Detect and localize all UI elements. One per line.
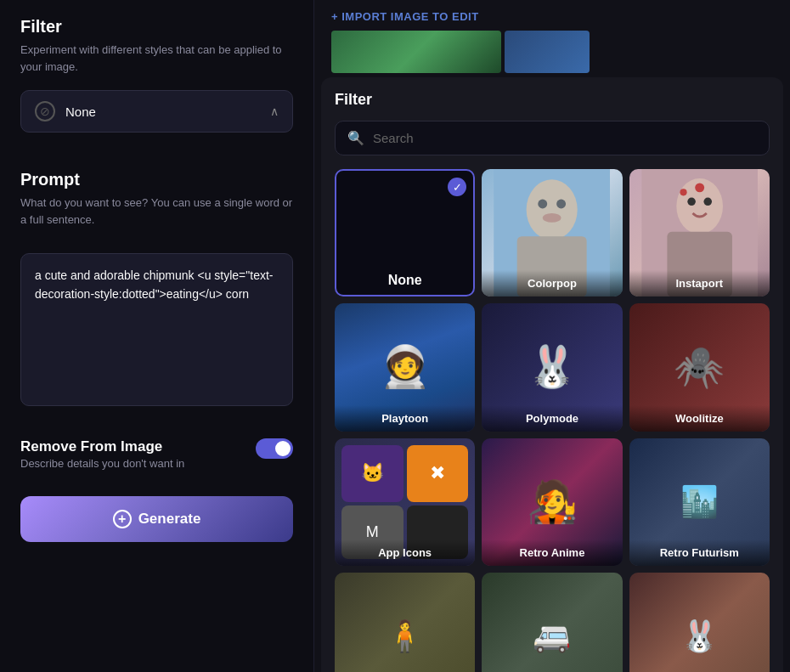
remove-title: Remove From Image [20, 438, 242, 455]
preview-image-blue [505, 31, 590, 73]
filter-panel: Filter 🔍 None [321, 77, 783, 672]
prompt-textarea[interactable]: a cute and adorable chipmunk <u style="t… [20, 253, 293, 406]
app-icon-2: ✖ [407, 445, 469, 503]
selected-check [448, 178, 466, 196]
svg-point-13 [680, 189, 686, 195]
filter-item-colorpop[interactable]: Colorpop [482, 169, 622, 296]
filter-item-origami[interactable]: 🧍 Origami [335, 573, 475, 672]
none-icon [35, 101, 55, 121]
remove-section: Remove From Image Describe details you d… [20, 438, 293, 472]
filter-grid: None Colorpop [335, 169, 770, 672]
image-preview-strip [314, 31, 790, 77]
svg-point-10 [687, 197, 696, 206]
search-box: 🔍 [335, 121, 770, 155]
filter-item-analogdiffusion[interactable]: 🚐 Analog Diffusion [482, 573, 622, 672]
generate-button[interactable]: + Generate [20, 496, 293, 542]
filter-dropdown[interactable]: None ∧ [20, 90, 293, 133]
filter-panel-title: Filter [335, 91, 770, 109]
filter-polymode-label: Polymode [482, 405, 622, 432]
remove-desc: Describe details you don't want in [20, 455, 242, 472]
filter-woolitize-label: Woolitize [629, 405, 770, 432]
filter-item-playtoon[interactable]: 🧑‍🚀 Playtoon [335, 303, 475, 431]
filter-desc: Experiment with different styles that ca… [20, 42, 293, 75]
filter-instaport-label: Instaport [629, 270, 770, 296]
filter-retroanime-label: Retro Anime [482, 539, 622, 566]
filter-retrofuturism-label: Retro Futurism [629, 539, 770, 566]
generate-icon: + [113, 510, 132, 528]
origami-visual: 🧍 [335, 573, 475, 672]
filter-item-appicons[interactable]: 🐱 ✖ M App Icons [335, 438, 475, 566]
import-bar: + IMPORT IMAGE TO EDIT [314, 0, 790, 31]
plus-icon: + [118, 512, 126, 526]
chevron-up-icon: ∧ [270, 104, 279, 118]
generate-label: Generate [138, 511, 201, 528]
import-link[interactable]: + IMPORT IMAGE TO EDIT [331, 10, 479, 23]
filter-item-retrofuturism[interactable]: 🏙️ Retro Futurism [629, 438, 770, 566]
analogdiffusion-visual: 🚐 [482, 573, 622, 672]
prompt-title: Prompt [20, 170, 293, 189]
filter-colorpop-label: Colorpop [482, 270, 622, 296]
svg-point-12 [695, 183, 704, 192]
filter-item-none[interactable]: None [335, 169, 475, 296]
remove-toggle[interactable] [256, 438, 293, 459]
filter-select-label: None [65, 104, 270, 119]
app-icon-1: 🐱 [341, 445, 403, 503]
filter-appicons-label: App Icons [335, 539, 475, 566]
prompt-desc: What do you want to see? You can use a s… [20, 195, 293, 228]
filter-title: Filter [20, 17, 293, 37]
left-panel: Filter Experiment with different styles … [0, 0, 314, 672]
prompt-section: Prompt What do you want to see? You can … [20, 170, 293, 409]
search-icon: 🔍 [347, 130, 364, 146]
filter-section: Filter Experiment with different styles … [20, 17, 293, 156]
playdoh-visual: 🐰 [629, 573, 770, 672]
remove-text-block: Remove From Image Describe details you d… [20, 438, 242, 472]
filter-item-woolitize[interactable]: 🕷️ Woolitize [629, 303, 770, 431]
svg-point-11 [703, 197, 712, 206]
filter-item-playdoh[interactable]: 🐰 Playdoh [629, 573, 770, 672]
filter-item-polymode[interactable]: 🐰 Polymode [482, 303, 622, 431]
preview-image-green [331, 31, 501, 73]
right-panel: + IMPORT IMAGE TO EDIT Filter 🔍 None [314, 0, 790, 672]
filter-item-instaport[interactable]: Instaport [629, 169, 770, 296]
search-input[interactable] [373, 131, 757, 145]
filter-item-retroanime[interactable]: 🧑‍🎤 Retro Anime [482, 438, 622, 566]
filter-none-label: None [388, 273, 422, 288]
filter-playtoon-label: Playtoon [335, 405, 475, 432]
